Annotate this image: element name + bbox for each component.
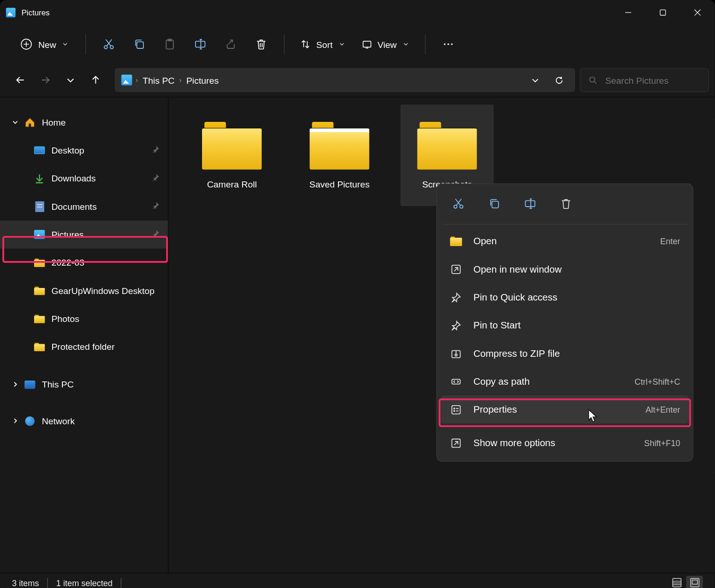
sidebar-item-2022-03[interactable]: 2022-03: [0, 248, 168, 276]
svg-line-10: [106, 40, 111, 46]
cut-button[interactable]: [95, 32, 122, 56]
folder-camera-roll[interactable]: Camera Roll: [185, 105, 278, 206]
pictures-icon: [34, 229, 46, 240]
ctx-label: Open in new window: [473, 264, 562, 274]
folder-saved-pictures[interactable]: Saved Pictures: [293, 105, 386, 206]
sidebar-item-gearup[interactable]: GearUpWindows Desktop: [0, 276, 168, 304]
copy-path-icon: [450, 375, 463, 388]
ctx-copy-icon[interactable]: [479, 192, 509, 215]
ctx-cut-icon[interactable]: [444, 192, 473, 215]
toolbar: New Sort View: [0, 25, 715, 63]
properties-icon: [450, 403, 463, 416]
ctx-open[interactable]: Open Enter: [441, 227, 689, 255]
up-button[interactable]: [84, 68, 108, 92]
ctx-shortcut: Ctrl+Shift+C: [634, 377, 680, 387]
ctx-label: Properties: [473, 404, 517, 415]
more-button[interactable]: [434, 32, 462, 56]
sidebar-item-pictures[interactable]: Pictures: [0, 220, 168, 248]
ctx-label: Pin to Quick access: [473, 292, 557, 302]
svg-point-24: [444, 43, 445, 45]
breadcrumb-pictures[interactable]: Pictures: [182, 75, 223, 85]
sidebar-item-downloads[interactable]: Downloads: [0, 164, 168, 192]
ctx-label: Open: [473, 236, 497, 247]
sidebar-item-photos[interactable]: Photos: [0, 305, 168, 333]
delete-button[interactable]: [248, 32, 275, 56]
new-label: New: [38, 39, 56, 49]
window-title: Pictures: [21, 8, 49, 17]
minimize-button[interactable]: [611, 0, 645, 25]
sidebar-label: Network: [42, 416, 75, 426]
location-icon: [121, 75, 132, 86]
ctx-compress-zip[interactable]: Compress to ZIP file: [441, 339, 689, 367]
forward-button[interactable]: [34, 68, 57, 92]
folder-label: Camera Roll: [207, 179, 257, 189]
ctx-open-new-window[interactable]: Open in new window: [441, 255, 689, 283]
ctx-label: Copy as path: [473, 376, 530, 387]
search-input[interactable]: [605, 75, 700, 85]
search-icon: [589, 75, 597, 85]
new-button[interactable]: New: [12, 32, 77, 56]
svg-line-42: [456, 199, 461, 206]
svg-rect-1: [660, 10, 666, 15]
svg-rect-44: [492, 201, 499, 208]
recent-dropdown[interactable]: [59, 68, 82, 92]
search-box[interactable]: [580, 68, 708, 92]
new-window-icon: [450, 262, 463, 275]
status-bar: 3 items 1 item selected: [0, 573, 715, 588]
folder-icon: [202, 121, 262, 169]
svg-point-26: [451, 43, 453, 45]
ctx-label: Pin to Start: [473, 320, 521, 331]
status-selected: 1 item selected: [56, 578, 113, 588]
copy-button[interactable]: [126, 32, 153, 56]
pin-icon: [151, 201, 160, 212]
context-menu: Open Enter Open in new window Pin to Qui…: [436, 183, 693, 461]
sidebar-label: GearUpWindows Desktop: [51, 286, 155, 296]
sidebar: Home Desktop Downloads Documents Picture…: [0, 97, 169, 573]
sidebar-item-home[interactable]: Home: [0, 108, 168, 136]
ctx-rename-icon[interactable]: [515, 192, 545, 215]
svg-line-9: [107, 40, 112, 46]
sidebar-label: Documents: [51, 201, 96, 212]
sidebar-item-thispc[interactable]: This PC: [0, 370, 168, 398]
svg-rect-39: [692, 580, 697, 584]
sidebar-label: Home: [42, 117, 66, 127]
ctx-label: Show more options: [473, 438, 555, 448]
sidebar-item-desktop[interactable]: Desktop: [0, 136, 168, 164]
ctx-copy-path[interactable]: Copy as path Ctrl+Shift+C: [441, 368, 689, 395]
sidebar-item-network[interactable]: Network: [0, 407, 168, 434]
share-button[interactable]: [217, 32, 244, 56]
ctx-shortcut: Enter: [660, 236, 680, 246]
ctx-delete-icon[interactable]: [551, 192, 581, 215]
sidebar-item-documents[interactable]: Documents: [0, 192, 168, 220]
breadcrumb-thispc[interactable]: This PC: [138, 75, 179, 85]
svg-rect-14: [196, 41, 205, 47]
rename-button[interactable]: [187, 32, 214, 56]
svg-rect-45: [526, 200, 535, 207]
home-icon: [24, 117, 36, 127]
paste-button[interactable]: [156, 32, 183, 56]
ctx-pin-start[interactable]: Pin to Start: [441, 311, 689, 339]
sidebar-item-protected[interactable]: Protected folder: [0, 333, 168, 361]
svg-rect-52: [455, 354, 457, 356]
ctx-pin-quick[interactable]: Pin to Quick access: [441, 283, 689, 311]
back-button[interactable]: [8, 68, 32, 92]
documents-icon: [34, 201, 46, 212]
details-view-button[interactable]: [668, 575, 685, 588]
sidebar-label: Protected folder: [51, 341, 115, 352]
ctx-properties[interactable]: Properties Alt+Enter: [441, 395, 689, 423]
folder-icon: [310, 121, 369, 169]
svg-point-55: [454, 408, 455, 409]
maximize-button[interactable]: [646, 0, 680, 25]
sidebar-label: Photos: [51, 314, 79, 324]
ctx-show-more[interactable]: Show more options Shift+F10: [441, 429, 689, 457]
refresh-button[interactable]: [547, 69, 571, 92]
pin-icon: [151, 173, 160, 183]
address-bar[interactable]: › This PC › Pictures: [115, 68, 575, 92]
view-button[interactable]: View: [355, 32, 416, 56]
sort-button[interactable]: Sort: [293, 32, 351, 56]
folder-icon: [34, 285, 46, 296]
address-dropdown[interactable]: [523, 69, 547, 92]
close-button[interactable]: [680, 0, 715, 25]
folder-label: Saved Pictures: [310, 179, 370, 189]
icons-view-button[interactable]: [686, 575, 703, 588]
